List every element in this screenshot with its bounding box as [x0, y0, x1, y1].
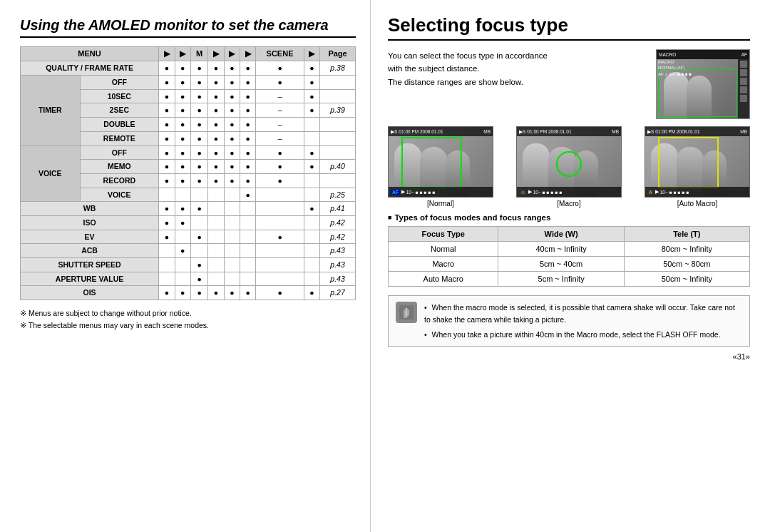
voice-group-label: VOICE	[21, 145, 81, 202]
timer-remote-label: REMOTE	[80, 131, 159, 145]
preview-auto-macro-label: [Auto Macro]	[677, 200, 718, 208]
mode-icon-7: ▶	[304, 47, 319, 61]
table-row: Auto Macro 5cm ~ Infinity 50cm ~ Infinit…	[389, 272, 750, 287]
focus-wide-auto-macro: 5cm ~ Infinity	[498, 272, 624, 287]
note-1: ※ Menus are subject to change without pr…	[20, 307, 356, 319]
shutter-speed-label: SHUTTER SPEED	[21, 258, 159, 272]
iso-label: ISO	[21, 215, 159, 230]
focus-type-macro: Macro	[389, 257, 498, 272]
camera-previews: ▶S01:00 PM 2008.01.01MB AF ▶10~■■■■■ [No…	[388, 126, 750, 208]
focus-tele-auto-macro: 50cm ~ Infinity	[624, 272, 749, 287]
preview-auto-macro: ▶S01:00 PM 2008.01.01MB A ▶10~■■■■■ [Aut…	[645, 126, 750, 208]
menu-header-label: MENU	[21, 47, 159, 61]
intro-line-2: with the subject distance.	[388, 64, 480, 73]
mode-icon-scene: SCENE	[256, 47, 304, 61]
focus-modes-title-text: Types of focus modes and focus ranges	[394, 213, 550, 222]
focus-type-auto-macro: Auto Macro	[389, 272, 498, 287]
voice-off-label: OFF	[80, 145, 159, 160]
voice-memo-label: MEMO	[80, 160, 159, 174]
mode-icon-1: ▶	[159, 47, 175, 61]
intro-line-1: You can select the focus type in accorda…	[388, 51, 548, 60]
intro-line-3: The distance ranges are show below.	[388, 78, 523, 86]
focus-table: Focus Type Wide (W) Tele (T) Normal 40cm…	[388, 226, 750, 287]
menu-table: MENU ▶ ▶ M ▶ ▶ ▶ SCENE ▶ Page QUALITY / …	[20, 46, 356, 300]
svg-point-1	[406, 308, 408, 310]
mode-icon-5: ▶	[224, 47, 240, 61]
qfr-c5: ●	[224, 61, 240, 76]
left-panel: Using the AMOLED monitor to set the came…	[0, 0, 371, 532]
left-section-title: Using the AMOLED monitor to set the came…	[20, 17, 356, 38]
timer-double-label: DOUBLE	[80, 118, 159, 132]
note-content: • When the macro mode is selected, it is…	[424, 302, 742, 340]
qfr-c3: ●	[190, 61, 207, 76]
qfr-page: p.38	[320, 61, 356, 76]
note-icon	[396, 302, 417, 323]
mode-icon-6: ▶	[240, 47, 256, 61]
qfr-c6: ●	[240, 61, 256, 76]
focus-tele-normal: 80cm ~ Infinity	[624, 242, 749, 257]
qfr-c7: ●	[256, 61, 304, 76]
note-text-1: • When the macro mode is selected, it is…	[424, 302, 742, 326]
note-box: • When the macro mode is selected, it is…	[388, 295, 750, 347]
focus-type-normal: Normal	[389, 242, 498, 257]
mode-icon-2: ▶	[175, 47, 190, 61]
preview-macro: ▶S01:00 PM 2008.01.01MB ☺ ▶10~■■■■■ [Mac…	[516, 126, 622, 208]
mode-icon-3: M	[190, 47, 207, 61]
note-2: ※ The selectable menus may vary in each …	[20, 319, 356, 332]
note-text-2: • When you take a picture within 40cm in…	[424, 329, 742, 341]
right-panel: Selecting focus type MACRO AF	[371, 0, 770, 532]
focus-col-tele: Tele (T)	[624, 227, 749, 242]
right-section-title: Selecting focus type	[388, 14, 750, 41]
timer-10sec-label: 10SEC	[80, 89, 159, 103]
preview-normal-label: [Normal]	[427, 200, 454, 208]
table-row: Macro 5cm ~ 40cm 50cm ~ 80cm	[389, 257, 750, 272]
preview-macro-label: [Macro]	[557, 200, 580, 208]
wb-label: WB	[21, 202, 159, 216]
focus-wide-normal: 40cm ~ Infinity	[498, 242, 624, 257]
focus-col-type: Focus Type	[389, 227, 498, 242]
voice-record-label: RECORD	[80, 173, 159, 188]
table-row: Normal 40cm ~ Infinity 80cm ~ Infinity	[389, 242, 750, 257]
timer-off-label: OFF	[80, 76, 159, 90]
qfr-c1: ●	[159, 61, 175, 76]
mode-icon-4: ▶	[208, 47, 224, 61]
focus-modes-title: Types of focus modes and focus ranges	[388, 213, 750, 222]
page-number: «31»	[388, 352, 750, 361]
qfr-c8: ●	[304, 61, 319, 76]
preview-normal: ▶S01:00 PM 2008.01.01MB AF ▶10~■■■■■ [No…	[388, 126, 493, 208]
quality-label: QUALITY / FRAME RATE	[21, 61, 159, 76]
qfr-c2: ●	[175, 61, 190, 76]
qfr-c4: ●	[208, 61, 224, 76]
notes-section: ※ Menus are subject to change without pr…	[20, 307, 356, 332]
aperture-value-label: APERTURE VALUE	[21, 272, 159, 286]
acb-label: ACB	[21, 244, 159, 258]
focus-tele-macro: 50cm ~ 80cm	[624, 257, 749, 272]
ois-label: OIS	[21, 286, 159, 300]
focus-wide-macro: 5cm ~ 40cm	[498, 257, 624, 272]
focus-col-wide: Wide (W)	[498, 227, 624, 242]
page-header: Page	[320, 47, 356, 61]
voice-voice-label: VOICE	[80, 188, 159, 202]
timer-group-label: TIMER	[21, 76, 81, 145]
ev-label: EV	[21, 230, 159, 244]
timer-2sec-label: 2SEC	[80, 103, 159, 118]
